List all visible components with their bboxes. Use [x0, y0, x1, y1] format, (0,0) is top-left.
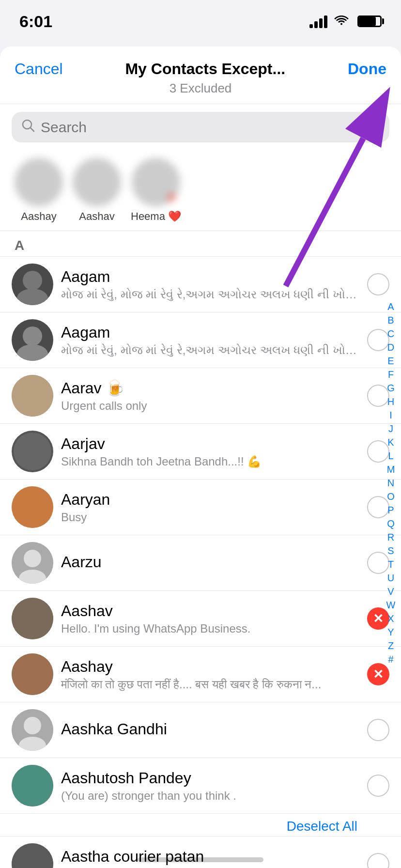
- contact-name: Aagam: [61, 268, 359, 286]
- index-letter-y[interactable]: Y: [385, 626, 397, 638]
- selected-name-2: Aashav: [79, 210, 114, 223]
- list-item[interactable]: Aashay मंजिलो का तो कुछ पता नहीं है.... …: [0, 647, 401, 702]
- list-item[interactable]: Aaryan Busy: [0, 480, 401, 535]
- contact-name: Aaryan: [61, 491, 359, 509]
- index-letter-h[interactable]: H: [385, 395, 397, 408]
- svg-rect-10: [12, 486, 53, 528]
- modal-container: Cancel My Contacts Except... Done 3 Excl…: [0, 46, 401, 868]
- index-letter-q[interactable]: Q: [385, 517, 397, 530]
- contact-status: Urgent calls only: [61, 399, 359, 413]
- contact-status: મોજ માં રેવું, મોજ માં રેવું રે,અગમ અગોચ…: [61, 288, 359, 301]
- list-item[interactable]: Aarjav Sikhna Bandh toh Jeetna Bandh...!…: [0, 424, 401, 480]
- list-item[interactable]: Aagam મોજ માં રેવું, મોજ માં રેવું રે,અગ…: [0, 257, 401, 312]
- contact-name: Aagam: [61, 324, 359, 341]
- avatar: [12, 375, 53, 417]
- contact-checkbox-excluded[interactable]: ✕: [367, 663, 389, 685]
- deselect-all-row: Deselect All: [0, 814, 401, 837]
- contact-checkbox[interactable]: [367, 775, 389, 797]
- excluded-count: 3 Excluded: [15, 81, 386, 96]
- index-letter-g[interactable]: G: [385, 382, 397, 394]
- list-item[interactable]: Aarav 🍺 Urgent calls only: [0, 368, 401, 424]
- svg-rect-9: [14, 433, 51, 470]
- avatar: [12, 765, 53, 806]
- index-letter-b[interactable]: B: [385, 314, 397, 326]
- modal-header: Cancel My Contacts Except... Done 3 Excl…: [0, 46, 401, 104]
- status-icons: [309, 14, 382, 29]
- index-letter-s[interactable]: S: [385, 544, 397, 557]
- selected-avatar-3: ❤️: [132, 158, 180, 206]
- svg-point-7: [17, 344, 48, 361]
- index-letter-u[interactable]: U: [385, 572, 397, 584]
- index-letter-z[interactable]: Z: [385, 639, 397, 652]
- list-item[interactable]: Aarzu: [0, 535, 401, 591]
- home-indicator: [138, 857, 263, 862]
- list-item[interactable]: Aastha courier patan Hey there! I am usi…: [0, 837, 401, 868]
- search-input[interactable]: [41, 119, 380, 136]
- svg-point-4: [23, 271, 42, 290]
- contact-name: Aastha courier patan: [61, 848, 359, 866]
- contact-name: Aashutosh Pandey: [61, 769, 359, 787]
- selected-name-3: Heema ❤️: [131, 210, 181, 223]
- selected-contacts-strip: Aashay Aashav ❤️ Heema ❤️: [0, 150, 401, 231]
- selected-contact-3: ❤️ Heema ❤️: [131, 158, 181, 223]
- index-letter-w[interactable]: W: [385, 599, 397, 611]
- selected-contact-2: Aashav: [73, 158, 121, 223]
- avatar: [12, 431, 53, 472]
- cancel-button[interactable]: Cancel: [15, 60, 63, 78]
- status-time: 6:01: [19, 12, 52, 31]
- contact-checkbox[interactable]: [367, 273, 389, 295]
- done-button[interactable]: Done: [348, 60, 386, 78]
- contact-status: મોજ માં રેવું, મોજ માં રેવું રે,અગમ અગોચ…: [61, 343, 359, 357]
- contact-list: Aagam મોજ માં રેવું, મોજ માં રેવું રે,અગ…: [0, 257, 401, 868]
- modal-title: My Contacts Except...: [125, 60, 285, 78]
- svg-rect-8: [12, 375, 53, 417]
- index-letter-x[interactable]: X: [385, 612, 397, 625]
- avatar: [12, 264, 53, 305]
- contact-checkbox[interactable]: [367, 853, 389, 868]
- contact-status: Sikhna Bandh toh Jeetna Bandh...!! 💪: [61, 455, 359, 468]
- index-letter-m[interactable]: M: [385, 463, 397, 476]
- selected-avatar-2: [73, 158, 121, 206]
- index-letter-l[interactable]: L: [385, 450, 397, 462]
- selected-contact-1: Aashay: [15, 158, 63, 223]
- index-letter-v[interactable]: V: [385, 585, 397, 598]
- alphabet-index: A B C D E F G H I J K L M N O P Q R S T …: [385, 300, 397, 666]
- avatar: [12, 542, 53, 584]
- svg-rect-19: [12, 765, 53, 806]
- status-bar: 6:01: [0, 0, 401, 43]
- contact-name: Aashka Gandhi: [61, 720, 359, 738]
- index-letter-p[interactable]: P: [385, 504, 397, 516]
- index-letter-e[interactable]: E: [385, 355, 397, 367]
- svg-rect-20: [12, 843, 53, 868]
- list-item[interactable]: Aagam મોજ માં રેવું, મોજ માં રેવું રે,અગ…: [0, 312, 401, 368]
- contact-checkbox[interactable]: [367, 719, 389, 741]
- index-letter-o[interactable]: O: [385, 490, 397, 503]
- index-letter-n[interactable]: N: [385, 477, 397, 489]
- index-letter-f[interactable]: F: [385, 368, 397, 381]
- index-letter-i[interactable]: I: [385, 409, 397, 421]
- contact-status: (You are) stronger than you think .: [61, 789, 359, 803]
- list-item[interactable]: Aashutosh Pandey (You are) stronger than…: [0, 758, 401, 814]
- contact-name: Aashay: [61, 658, 359, 676]
- selected-avatar-1: [15, 158, 63, 206]
- svg-line-3: [31, 128, 34, 131]
- list-item[interactable]: Aashav Hello. I'm using WhatsApp Busines…: [0, 591, 401, 647]
- contact-name: Aarjav: [61, 435, 359, 453]
- contact-status: मंजिलो का तो कुछ पता नहीं है.... बस यही …: [61, 678, 359, 691]
- deselect-all-button[interactable]: Deselect All: [287, 819, 357, 834]
- index-letter-c[interactable]: C: [385, 327, 397, 340]
- search-icon: [21, 119, 35, 136]
- avatar: [12, 653, 53, 695]
- avatar: [12, 598, 53, 639]
- index-letter-d[interactable]: D: [385, 341, 397, 354]
- contact-info: Aashav Hello. I'm using WhatsApp Busines…: [61, 602, 359, 636]
- index-letter-k[interactable]: K: [385, 436, 397, 449]
- index-letter-j[interactable]: J: [385, 422, 397, 435]
- contact-info: Aashutosh Pandey (You are) stronger than…: [61, 769, 359, 803]
- index-letter-a[interactable]: A: [385, 300, 397, 313]
- list-item[interactable]: Aashka Gandhi: [0, 702, 401, 758]
- index-letter-t[interactable]: T: [385, 558, 397, 571]
- index-letter-hash[interactable]: #: [385, 653, 397, 666]
- index-letter-r[interactable]: R: [385, 531, 397, 543]
- contact-info: Aarjav Sikhna Bandh toh Jeetna Bandh...!…: [61, 435, 359, 468]
